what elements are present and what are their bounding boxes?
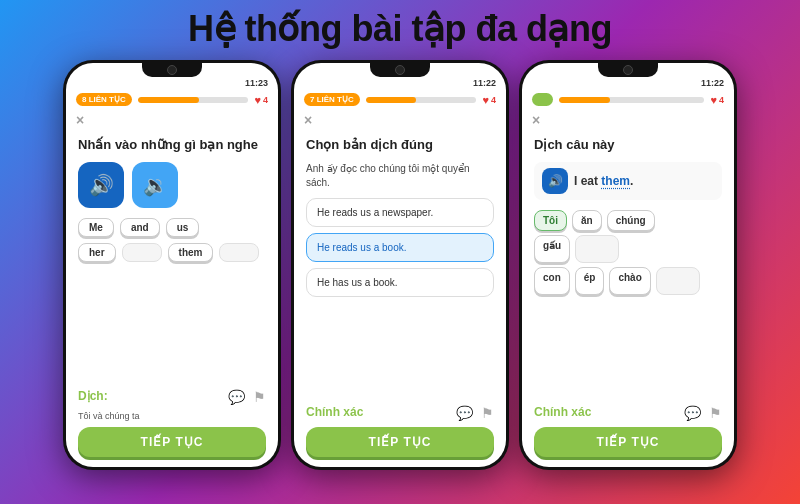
bottom-label-2: Chính xác (306, 405, 363, 419)
choice-2[interactable]: He reads us a book. (306, 233, 494, 262)
phone-1-bottom: Dịch: 💬 ⚑ Tôi và chúng ta TIẾP TỤC (66, 385, 278, 467)
close-btn-3[interactable]: × (532, 113, 540, 127)
flag-icon-1[interactable]: ⚑ (253, 389, 266, 405)
continue-btn-1[interactable]: TIẾP TỤC (78, 427, 266, 457)
phones-container: 11:23 8 LIÊN TỤC ♥ 4 × Nhấn vào những gì… (0, 60, 800, 470)
chip-empty-1 (122, 243, 162, 262)
phone-2-bottom: Chính xác 💬 ⚑ TIẾP TỤC (294, 401, 506, 467)
progress-fill-3 (559, 97, 610, 103)
comment-icon-1[interactable]: 💬 (228, 389, 245, 405)
phone-3-inner: 11:22 ♥ 4 × Dịch câu này 🔊 (522, 63, 734, 467)
flag-icon-3[interactable]: ⚑ (709, 405, 722, 421)
close-btn-2[interactable]: × (304, 113, 312, 127)
flag-icon-2[interactable]: ⚑ (481, 405, 494, 421)
notch-3 (598, 63, 658, 77)
hearts-3: 4 (719, 95, 724, 105)
chip-me[interactable]: Me (78, 218, 114, 237)
notch-1 (142, 63, 202, 77)
audio-small-3[interactable]: 🔊 (542, 168, 568, 194)
chip-empty-3a (575, 235, 619, 263)
lesson-title-3: Dịch câu này (534, 137, 722, 154)
progress-fill-2 (366, 97, 416, 103)
continue-btn-3[interactable]: TIẾP TỤC (534, 427, 722, 457)
chip-us[interactable]: us (166, 218, 200, 237)
close-btn-1[interactable]: × (76, 113, 84, 127)
phone-3-header: × (522, 109, 734, 131)
sentence-dots: . (630, 174, 633, 188)
progress-bg-2 (366, 97, 477, 103)
phone-1-inner: 11:23 8 LIÊN TỤC ♥ 4 × Nhấn vào những gì… (66, 63, 278, 467)
heart-area-2: ♥ 4 (482, 94, 496, 106)
lesson-title-1: Nhấn vào những gì bạn nghe (78, 137, 266, 154)
status-bar-3: 11:22 (522, 77, 734, 90)
sentence-normal: I eat (574, 174, 601, 188)
choice-3[interactable]: He has us a book. (306, 268, 494, 297)
chip-gau[interactable]: gấu (534, 235, 570, 263)
page-title: Hệ thống bài tập đa dạng (0, 8, 800, 50)
chip-empty-2 (219, 243, 259, 262)
status-bar-1: 11:23 (66, 77, 278, 90)
chip-them[interactable]: them (168, 243, 214, 262)
chip-her[interactable]: her (78, 243, 116, 262)
chips-row3-3: con ép chào (534, 267, 722, 295)
bottom-actions-3: Chính xác 💬 ⚑ (534, 405, 722, 421)
streak-bar-1: 8 LIÊN TỤC ♥ 4 (66, 90, 278, 109)
streak-badge-3 (532, 93, 553, 106)
progress-fill-1 (138, 97, 199, 103)
comment-icon-3[interactable]: 💬 (684, 405, 701, 421)
status-bar-2: 11:22 (294, 77, 506, 90)
phone-1-content: Nhấn vào những gì bạn nghe 🔊 🔉 Me and us… (66, 131, 278, 385)
phone-2-content: Chọn bản dịch đúng Anh ấy đọc cho chúng … (294, 131, 506, 401)
phone-2-header: × (294, 109, 506, 131)
comment-icon-2[interactable]: 💬 (456, 405, 473, 421)
streak-bar-3: ♥ 4 (522, 90, 734, 109)
bottom-sub-1: Tôi và chúng ta (78, 411, 266, 421)
notch-2 (370, 63, 430, 77)
continue-btn-2[interactable]: TIẾP TỤC (306, 427, 494, 457)
time-1: 11:23 (245, 78, 268, 88)
sentence-display: 🔊 I eat them. (534, 162, 722, 200)
lesson-title-2: Chọn bản dịch đúng (306, 137, 494, 154)
chip-chao[interactable]: chào (609, 267, 650, 295)
bottom-icons-2: 💬 ⚑ (456, 405, 494, 421)
progress-bg-3 (559, 97, 705, 103)
sentence-highlight: them (601, 174, 630, 188)
chip-con[interactable]: con (534, 267, 570, 295)
chip-chung[interactable]: chúng (607, 210, 655, 231)
chip-toi[interactable]: Tôi (534, 210, 567, 231)
bottom-actions-1: Dịch: 💬 ⚑ (78, 389, 266, 405)
word-chips-row2-1: her them (78, 243, 266, 262)
chips-row2-3: gấu (534, 235, 722, 263)
phone-3-content: Dịch câu này 🔊 I eat them. Tôi ăn chúng … (522, 131, 734, 401)
phone-1: 11:23 8 LIÊN TỤC ♥ 4 × Nhấn vào những gì… (63, 60, 281, 470)
progress-bg-1 (138, 97, 249, 103)
chip-ep[interactable]: ép (575, 267, 605, 295)
time-2: 11:22 (473, 78, 496, 88)
streak-badge-1: 8 LIÊN TỤC (76, 93, 132, 106)
bottom-label-1: Dịch: (78, 389, 108, 403)
phone-2: 11:22 7 LIÊN TỤC ♥ 4 × Chọn bản dịch đún… (291, 60, 509, 470)
chips-row1-3: Tôi ăn chúng (534, 210, 722, 231)
heart-icon-1: ♥ (254, 94, 261, 106)
lesson-subtitle-2: Anh ấy đọc cho chúng tôi một quyển sách. (306, 162, 494, 190)
time-3: 11:22 (701, 78, 724, 88)
bottom-icons-3: 💬 ⚑ (684, 405, 722, 421)
phone-2-inner: 11:22 7 LIÊN TỤC ♥ 4 × Chọn bản dịch đún… (294, 63, 506, 467)
bottom-actions-2: Chính xác 💬 ⚑ (306, 405, 494, 421)
streak-bar-2: 7 LIÊN TỤC ♥ 4 (294, 90, 506, 109)
audio-secondary-btn-1[interactable]: 🔉 (132, 162, 178, 208)
streak-badge-2: 7 LIÊN TỤC (304, 93, 360, 106)
sentence-text: I eat them. (574, 174, 633, 188)
audio-main-btn-1[interactable]: 🔊 (78, 162, 124, 208)
heart-icon-3: ♥ (710, 94, 717, 106)
chip-and[interactable]: and (120, 218, 160, 237)
audio-buttons-1: 🔊 🔉 (78, 162, 266, 208)
phone-3: 11:22 ♥ 4 × Dịch câu này 🔊 (519, 60, 737, 470)
heart-area-1: ♥ 4 (254, 94, 268, 106)
phone-3-bottom: Chính xác 💬 ⚑ TIẾP TỤC (522, 401, 734, 467)
bottom-label-3: Chính xác (534, 405, 591, 419)
choice-1[interactable]: He reads us a newspaper. (306, 198, 494, 227)
heart-icon-2: ♥ (482, 94, 489, 106)
page-title-bar: Hệ thống bài tập đa dạng (0, 0, 800, 56)
chip-an[interactable]: ăn (572, 210, 602, 231)
